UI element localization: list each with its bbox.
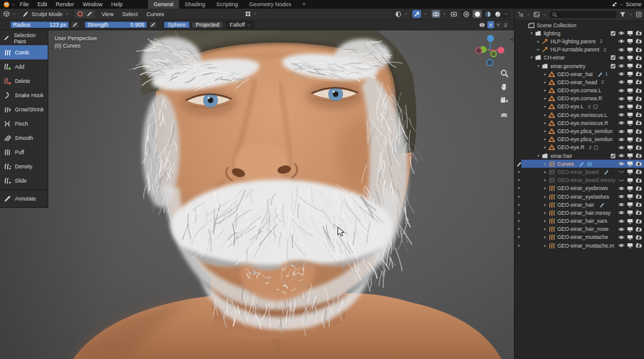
mode-dot-icon[interactable] — [516, 210, 522, 215]
sphere-toggle[interactable]: Sphere — [163, 21, 190, 28]
disable-render-icon[interactable] — [635, 111, 642, 118]
outliner-row[interactable]: ▸GEO-einar_hair — [515, 201, 644, 209]
falloff-ring-icon[interactable] — [77, 11, 84, 17]
scene-selector[interactable]: Scene — [611, 0, 642, 9]
hide-eye-icon[interactable] — [618, 201, 625, 208]
gizmo-z-axis[interactable] — [487, 35, 494, 42]
disclosure-open-icon[interactable]: ▾ — [529, 31, 534, 36]
disclosure-closed-icon[interactable]: ▸ — [542, 162, 548, 167]
object-name[interactable]: CH-einar — [544, 54, 565, 61]
disable-render-icon[interactable] — [635, 38, 642, 45]
disclosure-open-icon[interactable]: ▾ — [536, 64, 541, 69]
mode-dot-icon[interactable] — [516, 202, 522, 207]
gizmo-y-neg-axis[interactable] — [491, 51, 497, 57]
disable-render-icon[interactable] — [635, 46, 642, 53]
disable-viewport-icon[interactable] — [627, 242, 633, 249]
disclosure-closed-icon[interactable]: ▸ — [542, 235, 548, 240]
projected-toggle[interactable]: Projected — [191, 21, 224, 28]
shading-solid-icon[interactable] — [472, 10, 482, 18]
object-name[interactable]: einar.geometry — [550, 63, 585, 69]
disable-render-icon[interactable] — [635, 185, 642, 192]
viewport-menu-curves[interactable]: Curves — [142, 11, 168, 17]
disclosure-open-icon[interactable]: ▾ — [536, 154, 541, 158]
mode-dot-icon[interactable] — [516, 218, 522, 223]
outliner-row[interactable]: ▸GEO-einar_hair_nose — [515, 225, 644, 233]
hide-eye-icon[interactable] — [618, 218, 625, 225]
object-name[interactable]: GEO-eye.meniscus.L — [557, 112, 607, 118]
disable-render-icon[interactable] — [635, 30, 642, 37]
xray-toggle-icon[interactable] — [450, 11, 458, 18]
disclosure-closed-icon[interactable]: ▸ — [542, 210, 548, 215]
zoom-tool-icon[interactable] — [499, 68, 509, 78]
outliner-row[interactable]: ▸GEO-einar_mustache — [515, 233, 644, 241]
disclosure-closed-icon[interactable]: ▸ — [542, 145, 548, 150]
filter-funnel-icon[interactable] — [619, 11, 626, 18]
hide-eye-icon[interactable] — [618, 193, 625, 200]
disable-viewport-icon[interactable] — [627, 193, 633, 200]
disable-render-icon[interactable] — [635, 242, 642, 249]
disclosure-closed-icon[interactable]: ▸ — [542, 243, 548, 248]
tool-snake-hook[interactable]: Snake Hook — [0, 88, 48, 102]
disable-render-icon[interactable] — [635, 87, 642, 94]
mode-dot-icon[interactable] — [516, 227, 522, 231]
outliner-row[interactable]: ▸GEO-einar_hair_ears — [515, 217, 644, 225]
disable-render-icon[interactable] — [635, 201, 642, 208]
outliner-row[interactable]: ▸HLP-lighting.parent2 — [515, 37, 644, 45]
hide-eye-icon[interactable] — [618, 136, 625, 143]
disable-render-icon[interactable] — [635, 144, 642, 151]
disclosure-closed-icon[interactable]: ▸ — [542, 227, 548, 231]
exclude-checkbox[interactable] — [610, 30, 616, 37]
disclosure-closed-icon[interactable]: ▸ — [542, 178, 548, 183]
exclude-checkbox[interactable] — [610, 153, 616, 159]
outliner-row[interactable]: ▸HLP-turntable.parent2 — [515, 46, 644, 54]
navigation-gizmo[interactable] — [474, 33, 507, 69]
object-name[interactable]: GEO-einar_head — [557, 79, 597, 85]
disable-render-icon[interactable] — [635, 95, 642, 102]
disable-viewport-icon[interactable] — [627, 63, 633, 69]
strength-pressure-button[interactable] — [149, 21, 157, 28]
hide-eye-icon[interactable] — [618, 128, 625, 135]
outliner-row[interactable]: ▸GEO-eye.cornea.L — [515, 87, 644, 95]
outliner-editor-icon[interactable] — [517, 11, 524, 18]
disable-viewport-icon[interactable] — [627, 95, 633, 102]
outliner-row[interactable]: ▸GEO-eye.plica_semilun — [515, 136, 644, 144]
disable-viewport-icon[interactable] — [627, 103, 633, 110]
hide-eye-icon[interactable] — [618, 71, 625, 77]
hide-eye-icon[interactable] — [618, 87, 625, 94]
radius-pressure-button[interactable] — [71, 21, 79, 28]
object-name[interactable]: GEO-einar_mustache — [557, 234, 608, 240]
shading-material-icon[interactable] — [484, 11, 492, 18]
mode-dropdown[interactable]: Sculpt Mode — [19, 11, 72, 17]
menu-render[interactable]: Render — [51, 0, 79, 9]
hide-eye-icon[interactable] — [618, 226, 625, 233]
outliner-row[interactable]: ▸GEO-eye.meniscus.L — [515, 111, 644, 119]
object-name[interactable]: GEO-eye.meniscus.R — [557, 120, 608, 126]
symmetry-z-button[interactable]: Z — [502, 21, 509, 28]
disclosure-closed-icon[interactable]: ▸ — [542, 88, 548, 93]
disable-viewport-icon[interactable] — [627, 54, 633, 61]
tool-smooth[interactable]: Smooth — [0, 131, 48, 145]
gizmo-x-axis[interactable] — [498, 47, 505, 54]
object-name[interactable]: GEO-einar_eyelashes — [557, 194, 609, 200]
disclosure-closed-icon[interactable]: ▸ — [542, 121, 548, 126]
hide-eye-icon[interactable] — [618, 119, 625, 126]
hide-eye-icon[interactable] — [618, 177, 625, 184]
falloff-dropdown[interactable]: Falloff — [226, 21, 255, 28]
blender-logo-icon[interactable] — [1, 1, 11, 8]
disable-render-icon[interactable] — [635, 168, 642, 175]
menu-file[interactable]: File — [15, 0, 33, 9]
disclosure-closed-icon[interactable]: ▸ — [542, 113, 548, 118]
hide-eye-icon[interactable] — [618, 63, 625, 69]
outliner-row[interactable]: ▸GEO-einar_beard — [515, 168, 644, 176]
workspace-tab-scripting[interactable]: Scripting — [211, 0, 243, 9]
object-name[interactable]: GEO-eye.R — [557, 144, 585, 150]
shading-rendered-icon[interactable] — [494, 11, 502, 18]
object-name[interactable]: GEO-einar_eyebrows — [557, 185, 608, 191]
hide-eye-icon[interactable] — [618, 160, 625, 167]
object-name[interactable]: GEO-einar_beard — [557, 169, 599, 175]
exclude-checkbox[interactable] — [610, 54, 616, 61]
disable-viewport-icon[interactable] — [627, 168, 633, 175]
disable-viewport-icon[interactable] — [627, 185, 633, 192]
outliner-row[interactable]: ▸GEO-einar_eyelashes — [515, 192, 644, 201]
disable-render-icon[interactable] — [635, 119, 642, 126]
